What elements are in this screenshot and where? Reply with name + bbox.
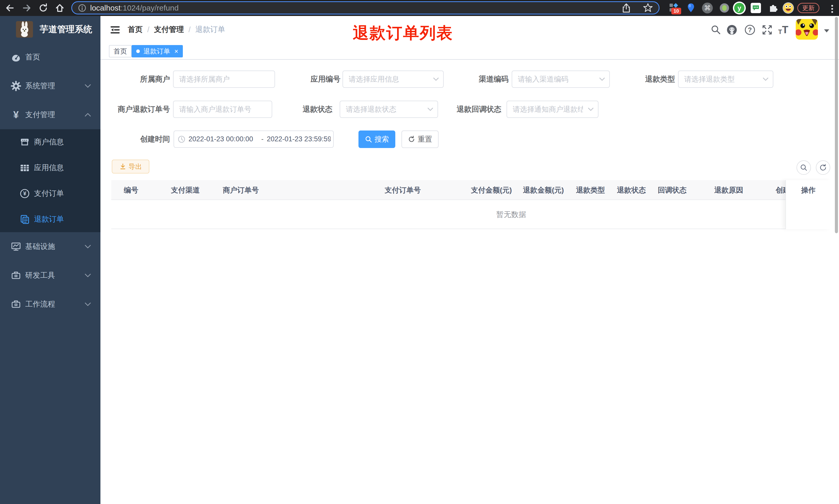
- refund-status-input[interactable]: [340, 101, 438, 118]
- browser-chrome: localhost:1024/pay/refund 10 ⌘ y 更新: [0, 0, 839, 16]
- breadcrumb-home[interactable]: 首页: [128, 24, 143, 35]
- search-icon[interactable]: [710, 24, 721, 36]
- page-scrollbar[interactable]: [835, 17, 838, 233]
- column-header[interactable]: 退款状态: [617, 180, 646, 200]
- y-glyph: y: [734, 3, 745, 13]
- github-icon[interactable]: [726, 24, 737, 36]
- sidebar-item-label: 首页: [25, 52, 40, 62]
- refund-type-select[interactable]: [678, 71, 773, 88]
- chevron-down-icon: [433, 77, 439, 81]
- refresh-icon: [408, 136, 415, 143]
- share-icon[interactable]: [622, 3, 631, 13]
- tab-home[interactable]: 首页: [109, 45, 131, 57]
- column-header[interactable]: 回调状态: [658, 180, 686, 200]
- tab-label: 退款订单: [143, 47, 170, 56]
- site-info-icon[interactable]: [78, 4, 87, 12]
- sidebar-item-home[interactable]: 首页: [0, 43, 101, 72]
- chevron-down-icon: [599, 77, 605, 81]
- extension-command-icon[interactable]: ⌘: [702, 3, 713, 13]
- main-area: 首页 / 支付管理 / 退款订单 退款订单列表 ?: [101, 16, 839, 504]
- reset-button-label: 重置: [418, 134, 432, 144]
- sidebar-item-payment[interactable]: ¥ 支付管理: [0, 101, 101, 129]
- chevron-down-icon: [85, 84, 91, 88]
- chevron-down-icon: [85, 302, 91, 306]
- help-question-icon[interactable]: ?: [744, 24, 755, 36]
- browser-forward-button[interactable]: [22, 3, 32, 13]
- browser-back-button[interactable]: [5, 3, 15, 13]
- sidebar-item-workflow[interactable]: 工作流程: [0, 290, 101, 319]
- column-header[interactable]: 支付渠道: [171, 180, 200, 200]
- refresh-table-button[interactable]: [816, 160, 830, 175]
- sidebar-item-infrastructure[interactable]: 基础设施: [0, 232, 101, 261]
- date-range-end-value[interactable]: 2022-01-23 23:59:59: [267, 135, 331, 143]
- app-select[interactable]: [342, 71, 444, 88]
- notify-status-input[interactable]: [507, 101, 598, 118]
- tab-refund-order[interactable]: 退款订单 ×: [131, 45, 183, 57]
- extension-chat-icon[interactable]: [750, 3, 761, 13]
- yen-icon: ¥: [10, 109, 22, 121]
- browser-home-button[interactable]: [55, 3, 65, 13]
- extension-y-icon[interactable]: y: [733, 2, 746, 14]
- column-header[interactable]: 支付金额(元): [471, 180, 512, 200]
- channel-select[interactable]: [512, 71, 610, 88]
- column-header[interactable]: 退款原因: [714, 180, 743, 200]
- fullscreen-icon[interactable]: [762, 24, 773, 36]
- column-header[interactable]: 支付订单号: [385, 180, 421, 200]
- gear-icon: [10, 80, 22, 92]
- sidebar-item-system[interactable]: 系统管理: [0, 72, 101, 101]
- create-time-range-picker[interactable]: 2022-01-23 00:00:00 - 2022-01-23 23:59:5…: [174, 130, 334, 148]
- user-avatar[interactable]: [796, 19, 818, 40]
- browser-reload-button[interactable]: [38, 3, 49, 13]
- browser-update-button[interactable]: 更新: [797, 3, 819, 13]
- app-input[interactable]: [343, 71, 443, 87]
- breadcrumb-separator: /: [189, 25, 191, 34]
- export-button[interactable]: 导出: [112, 160, 149, 174]
- address-bar[interactable]: localhost:1024/pay/refund: [71, 1, 660, 14]
- merchant-refund-no-field[interactable]: [173, 101, 272, 118]
- sidebar-item-app-info[interactable]: 应用信息: [0, 155, 101, 181]
- merchant-select[interactable]: [173, 71, 275, 88]
- tab-close-icon[interactable]: ×: [174, 48, 178, 55]
- column-header[interactable]: 商户订单号: [223, 180, 259, 200]
- notify-status-select[interactable]: [506, 101, 599, 118]
- browser-menu-icon[interactable]: [831, 4, 833, 14]
- avatar-caret-down-icon[interactable]: [824, 29, 829, 32]
- url-host: localhost: [90, 4, 121, 12]
- chevron-down-icon: [763, 77, 769, 81]
- show-search-toggle-button[interactable]: [797, 160, 811, 175]
- sidebar-item-merchant-info[interactable]: 商户信息: [0, 129, 101, 155]
- sidebar-item-refund-order[interactable]: 退款订单: [0, 206, 101, 232]
- profile-avatar-icon[interactable]: [782, 2, 794, 14]
- sidebar-item-pay-order[interactable]: ¥ 支付订单: [0, 181, 101, 206]
- search-icon: [365, 136, 372, 143]
- refund-status-select[interactable]: [340, 101, 438, 118]
- date-range-start-value[interactable]: 2022-01-23 00:00:00: [189, 135, 258, 143]
- column-header[interactable]: 退款金额(元): [523, 180, 564, 200]
- extension-badge: 10: [671, 8, 681, 14]
- column-header[interactable]: 退款类型: [576, 180, 605, 200]
- column-header[interactable]: 操作: [786, 180, 831, 200]
- search-button[interactable]: 搜索: [358, 130, 395, 148]
- url-text[interactable]: localhost:1024/pay/refund: [90, 4, 179, 12]
- extensions-puzzle-icon[interactable]: [768, 3, 778, 13]
- merchant-input[interactable]: [174, 71, 274, 87]
- reset-button[interactable]: 重置: [401, 130, 439, 148]
- bookmark-star-icon[interactable]: [643, 3, 653, 13]
- monitor-chart-icon: [10, 241, 22, 252]
- font-size-icon[interactable]: TT: [778, 24, 789, 36]
- column-header[interactable]: 编号: [124, 180, 138, 200]
- tab-label: 首页: [113, 47, 127, 56]
- app-shell: 芋道管理系统 首页 系统管理 ¥ 支付管理: [0, 16, 839, 504]
- chevron-down-icon: [427, 108, 433, 111]
- sidebar-item-dev-tools[interactable]: 研发工具: [0, 261, 101, 290]
- document-copy-icon: [20, 214, 30, 224]
- merchant-refund-no-input[interactable]: [174, 101, 272, 118]
- channel-input[interactable]: [512, 71, 609, 87]
- breadcrumb-payment[interactable]: 支付管理: [154, 24, 184, 35]
- sidebar-collapse-icon[interactable]: [109, 24, 121, 36]
- refund-type-input[interactable]: [679, 71, 773, 87]
- extension-gray-green-icon[interactable]: [719, 3, 730, 13]
- filter-label-merchant-refund-no: 商户退款订单号: [111, 101, 170, 118]
- sidebar-logo[interactable]: 芋道管理系统: [0, 16, 101, 43]
- extension-balloon-icon[interactable]: [686, 3, 696, 13]
